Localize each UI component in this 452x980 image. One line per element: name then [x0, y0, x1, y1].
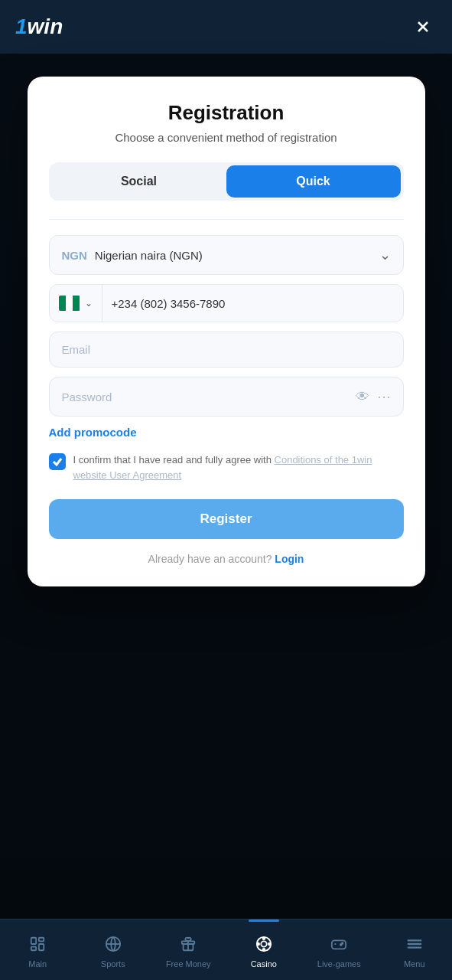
- svg-point-13: [257, 943, 259, 946]
- casino-icon: [255, 936, 272, 956]
- svg-point-10: [261, 941, 266, 946]
- svg-rect-5: [31, 947, 36, 951]
- tab-social[interactable]: Social: [52, 165, 226, 198]
- nav-item-casino[interactable]: Casino: [226, 920, 302, 980]
- logo: 1win: [15, 15, 63, 39]
- nav-item-live-games[interactable]: Live-games: [301, 920, 377, 980]
- svg-point-11: [262, 937, 265, 939]
- svg-point-12: [262, 949, 265, 951]
- flag-chevron-icon: ⌄: [85, 298, 93, 309]
- nav-label-main: Main: [28, 959, 47, 969]
- divider: [49, 219, 404, 220]
- header: 1win: [0, 0, 452, 54]
- nav-label-sports: Sports: [101, 959, 125, 969]
- login-link[interactable]: Login: [275, 553, 304, 565]
- nav-label-casino: Casino: [251, 959, 277, 969]
- password-input[interactable]: [62, 390, 356, 403]
- currency-selector[interactable]: NGN Nigerian naira (NGN) ⌄: [49, 235, 404, 275]
- svg-point-17: [340, 944, 342, 946]
- password-field: 👁 ⋯: [49, 377, 404, 416]
- svg-rect-15: [332, 940, 346, 949]
- svg-rect-4: [39, 944, 44, 950]
- agreement-checkbox[interactable]: [49, 453, 66, 470]
- close-button[interactable]: [409, 13, 437, 41]
- nav-item-free-money[interactable]: Free Money: [151, 920, 226, 980]
- modal-title: Registration: [49, 101, 404, 125]
- country-flag-selector[interactable]: ⌄: [50, 285, 102, 322]
- gift-icon: [180, 936, 197, 956]
- already-account-text: Already have an account?: [148, 553, 272, 565]
- agreement-row: I confirm that I have read and fully agr…: [49, 452, 404, 482]
- phone-input[interactable]: [102, 286, 403, 321]
- login-row: Already have an account? Login: [49, 553, 404, 565]
- chevron-down-icon: ⌄: [379, 247, 391, 263]
- svg-point-14: [268, 943, 271, 946]
- main-icon: [29, 936, 46, 956]
- email-input[interactable]: [62, 343, 391, 356]
- eye-icon[interactable]: 👁: [356, 389, 369, 405]
- tab-quick[interactable]: Quick: [226, 165, 401, 198]
- modal-subtitle: Choose a convenient method of registrati…: [49, 131, 404, 144]
- nav-label-menu: Menu: [404, 959, 425, 969]
- overlay: Registration Choose a convenient method …: [0, 54, 452, 919]
- active-bar: [249, 920, 279, 922]
- options-icon[interactable]: ⋯: [377, 388, 391, 405]
- register-button[interactable]: Register: [49, 499, 404, 539]
- add-promocode-link[interactable]: Add promocode: [49, 426, 137, 439]
- email-field: [49, 332, 404, 368]
- agreement-text: I confirm that I have read and fully agr…: [73, 452, 404, 482]
- nav-item-sports[interactable]: Sports: [76, 920, 151, 980]
- currency-label: Nigerian naira (NGN): [95, 249, 379, 262]
- nav-label-live-games: Live-games: [317, 959, 361, 969]
- nav-item-main[interactable]: Main: [0, 920, 76, 980]
- sports-icon: [105, 936, 122, 956]
- nav-item-menu[interactable]: Menu: [377, 920, 453, 980]
- registration-modal: Registration Choose a convenient method …: [28, 77, 425, 586]
- svg-rect-2: [31, 938, 36, 944]
- nigeria-flag: [59, 296, 80, 311]
- gamepad-icon: [330, 936, 347, 956]
- phone-input-row: ⌄: [49, 284, 404, 322]
- bottom-nav: Main Sports Free Money: [0, 919, 452, 980]
- nav-label-free-money: Free Money: [166, 959, 211, 969]
- currency-code: NGN: [62, 249, 87, 262]
- menu-icon: [406, 936, 423, 956]
- svg-rect-3: [39, 938, 44, 942]
- registration-tabs: Social Quick: [49, 162, 404, 201]
